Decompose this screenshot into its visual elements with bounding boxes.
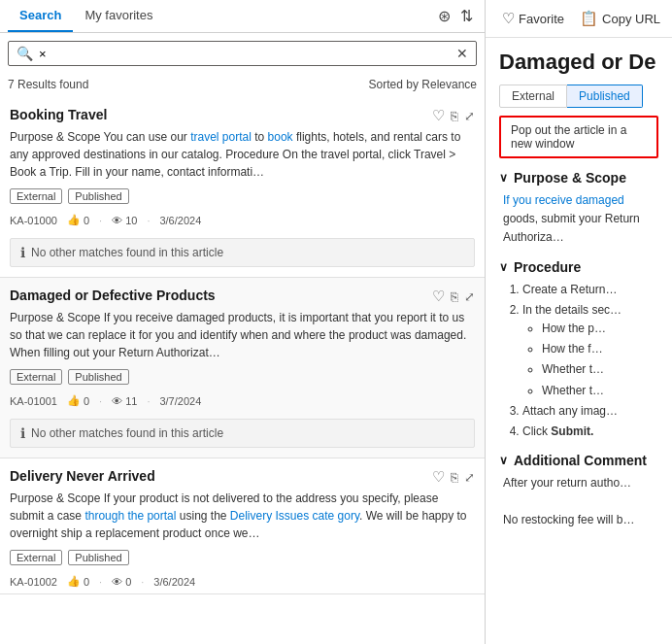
- views: 👁 10: [112, 215, 137, 226]
- left-panel: Search My favorites ⊛ ⇅ 🔍 ✕ 7 Results fo…: [0, 0, 486, 644]
- list-item: How the f…: [542, 340, 658, 358]
- eye-icon: 👁: [112, 395, 122, 407]
- popout-banner[interactable]: Pop out the article in a new window: [499, 116, 658, 158]
- chevron-down-icon: ∨: [499, 260, 508, 274]
- article-header: Delivery Never Arrived ♡ ⎘ ⤢: [10, 468, 475, 486]
- article-body: Purpose & Scope You can use our travel p…: [10, 128, 475, 181]
- share-icon[interactable]: ⎘: [451, 470, 458, 485]
- section-header-purpose[interactable]: ∨ Purpose & Scope: [499, 170, 658, 186]
- article-meta: KA-01002 👍 0 · 👁 0 · 3/6/2024: [10, 569, 475, 593]
- tabs-bar: Search My favorites ⊛ ⇅: [0, 0, 485, 33]
- article-card: Delivery Never Arrived ♡ ⎘ ⤢ Purpose & S…: [0, 458, 485, 594]
- article-detail: Damaged or De External Published Pop out…: [486, 38, 672, 644]
- tag-published: Published: [68, 188, 128, 204]
- article-actions: ♡ ⎘ ⤢: [432, 468, 475, 486]
- favorite-icon[interactable]: ♡: [432, 468, 445, 486]
- results-count: 7 Results found: [8, 78, 88, 91]
- heart-icon: ♡: [502, 10, 515, 27]
- likes: 👍 0: [67, 394, 89, 407]
- thumbs-up-icon: 👍: [67, 214, 81, 226]
- chevron-down-icon: ∨: [499, 171, 508, 185]
- article-body: Purpose & Scope If you receive damaged p…: [10, 309, 475, 361]
- search-input[interactable]: [39, 47, 451, 61]
- article-card: Damaged or Defective Products ♡ ⎘ ⤢ Purp…: [0, 278, 485, 458]
- chevron-down-icon: ∨: [499, 454, 508, 467]
- article-meta: KA-01000 👍 0 · 👁 10 · 3/6/2024: [10, 208, 475, 232]
- results-header: 7 Results found Sorted by Relevance: [0, 74, 485, 97]
- article-number: KA-01001: [10, 395, 57, 407]
- share-icon[interactable]: ⎘: [451, 289, 458, 304]
- favorite-icon[interactable]: ♡: [432, 107, 445, 124]
- article-meta: KA-01001 👍 0 · 👁 11 · 3/7/2024: [10, 389, 475, 413]
- section-purpose: ∨ Purpose & Scope If you receive damaged…: [499, 170, 658, 248]
- sort-icon[interactable]: ⇅: [460, 7, 473, 25]
- list-item: How the p…: [542, 320, 658, 338]
- article-actions: ♡ ⎘ ⤢: [432, 107, 475, 124]
- search-icon: 🔍: [17, 46, 33, 61]
- detail-tab-external[interactable]: External: [499, 85, 567, 108]
- eye-icon: 👁: [112, 215, 122, 226]
- external-link-icon[interactable]: ⤢: [464, 109, 475, 123]
- article-main-title: Damaged or De: [499, 50, 658, 75]
- tag-external: External: [10, 369, 62, 385]
- article-card: Booking Travel ♡ ⎘ ⤢ Purpose & Scope You…: [0, 97, 485, 278]
- tag-published: Published: [68, 369, 128, 385]
- list-item: Whether t…: [542, 382, 658, 400]
- article-body: Purpose & Scope If your product is not d…: [10, 490, 475, 542]
- no-match-bar: ℹ No other matches found in this article: [10, 238, 475, 267]
- section-body-procedure: Create a Return… In the details sec… How…: [499, 281, 658, 442]
- article-tags: External Published: [10, 369, 475, 385]
- tag-external: External: [10, 188, 62, 204]
- list-item: Whether t…: [542, 360, 658, 379]
- date: 3/6/2024: [159, 215, 201, 226]
- likes: 👍 0: [67, 214, 89, 226]
- article-header: Damaged or Defective Products ♡ ⎘ ⤢: [10, 288, 475, 305]
- eye-icon: 👁: [112, 576, 122, 588]
- article-number: KA-01002: [10, 576, 57, 588]
- results-list: Booking Travel ♡ ⎘ ⤢ Purpose & Scope You…: [0, 97, 485, 644]
- section-procedure: ∨ Procedure Create a Return… In the deta…: [499, 259, 658, 442]
- thumbs-up-icon: 👍: [67, 394, 81, 407]
- article-number: KA-01000: [10, 215, 57, 226]
- tag-published: Published: [68, 550, 128, 565]
- external-link-icon[interactable]: ⤢: [464, 289, 475, 304]
- section-header-procedure[interactable]: ∨ Procedure: [499, 259, 658, 275]
- article-actions: ♡ ⎘ ⤢: [432, 288, 475, 305]
- no-match-bar: ℹ No other matches found in this article: [10, 419, 475, 448]
- list-item: Click Submit.: [522, 423, 658, 441]
- section-body-additional: After your return autho… No restocking f…: [499, 474, 658, 530]
- copy-url-icon: 📋: [580, 10, 598, 27]
- right-panel: ♡ Favorite 📋 Copy URL Damaged or De Exte…: [486, 0, 672, 644]
- share-icon[interactable]: ⎘: [451, 109, 458, 123]
- sort-label: Sorted by Relevance: [369, 78, 477, 91]
- copy-url-button[interactable]: 📋 Copy URL: [580, 10, 660, 27]
- detail-tab-published[interactable]: Published: [567, 85, 643, 108]
- right-toolbar: ♡ Favorite 📋 Copy URL: [486, 0, 672, 38]
- list-item: In the details sec… How the p… How the f…: [522, 301, 658, 400]
- views: 👁 0: [112, 576, 131, 588]
- search-bar: 🔍 ✕: [8, 41, 477, 66]
- info-icon: ℹ: [20, 425, 25, 441]
- tab-favorites[interactable]: My favorites: [73, 0, 164, 32]
- article-tags: External Published: [10, 188, 475, 204]
- external-link-icon[interactable]: ⤢: [464, 470, 475, 485]
- list-item: Create a Return…: [522, 281, 658, 299]
- date: 3/6/2024: [153, 576, 195, 588]
- filter-icon[interactable]: ⊛: [438, 7, 451, 25]
- article-header: Booking Travel ♡ ⎘ ⤢: [10, 107, 475, 124]
- thumbs-up-icon: 👍: [67, 575, 81, 588]
- article-title[interactable]: Damaged or Defective Products: [10, 288, 424, 303]
- favorite-button[interactable]: ♡ Favorite: [502, 10, 564, 27]
- detail-tabs: External Published: [499, 85, 658, 108]
- tab-search[interactable]: Search: [8, 0, 73, 32]
- views: 👁 11: [112, 395, 137, 407]
- section-body-purpose: If you receive damaged goods, submit you…: [499, 191, 658, 248]
- info-icon: ℹ: [20, 245, 25, 260]
- clear-icon[interactable]: ✕: [456, 46, 468, 61]
- article-title[interactable]: Booking Travel: [10, 107, 424, 122]
- section-header-additional[interactable]: ∨ Additional Comment: [499, 453, 658, 468]
- favorite-icon[interactable]: ♡: [432, 288, 445, 305]
- article-title[interactable]: Delivery Never Arrived: [10, 468, 424, 484]
- likes: 👍 0: [67, 575, 89, 588]
- tag-external: External: [10, 550, 62, 565]
